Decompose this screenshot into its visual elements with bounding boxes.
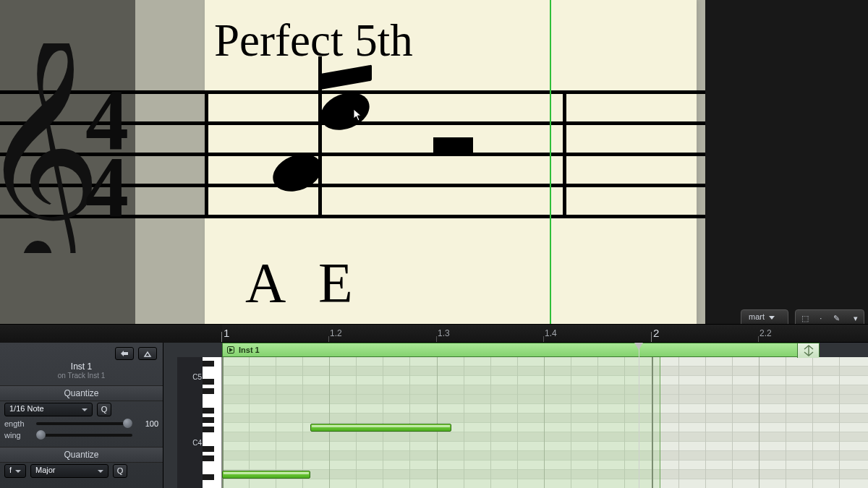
slider-knob[interactable] xyxy=(36,430,46,440)
barline xyxy=(205,90,208,217)
region-name: Inst 1 xyxy=(239,346,260,354)
strength-label: ength xyxy=(4,419,29,428)
inspector-track-sub: on Track Inst 1 xyxy=(0,372,163,380)
region-loop-handle[interactable] xyxy=(797,343,819,358)
pencil-icon[interactable]: ✎ xyxy=(833,314,840,323)
barline xyxy=(563,90,566,217)
scale-mode-label: Major xyxy=(35,466,56,474)
note-label-a: A xyxy=(245,250,286,315)
octave-label-c4: C4 xyxy=(179,439,202,447)
mouse-cursor-icon xyxy=(353,108,365,125)
time-sig-denominator: 4 xyxy=(85,154,129,222)
ruler-mark: 2.2 xyxy=(760,328,772,338)
interval-label: Perfect 5th xyxy=(214,14,413,67)
region-play-icon[interactable] xyxy=(227,346,234,354)
quantize-apply-button[interactable]: Q xyxy=(97,403,111,416)
arrange-area-dark xyxy=(705,0,868,324)
scale-key-label: f xyxy=(9,466,12,474)
piano-roll-playhead[interactable] xyxy=(639,343,639,488)
scale-quantize-header[interactable]: Quantize xyxy=(0,447,163,463)
midi-note[interactable] xyxy=(222,471,310,479)
slider-knob[interactable] xyxy=(123,419,132,428)
quantize-value-label: 1/16 Note xyxy=(9,404,44,413)
scale-mode-dropdown[interactable]: Major xyxy=(30,464,109,478)
pointer-icon[interactable]: ⬚ xyxy=(801,314,809,323)
strength-slider[interactable] xyxy=(36,422,132,425)
time-quantize-header[interactable]: Quantize xyxy=(0,385,163,401)
score-playhead[interactable] xyxy=(550,0,551,324)
inspector-catch-button[interactable] xyxy=(138,347,157,360)
ruler-mark: 2 xyxy=(653,327,659,339)
octave-label-c5: C5 xyxy=(179,373,202,381)
note-label-e: E xyxy=(318,250,353,315)
midi-note[interactable] xyxy=(310,424,451,432)
inspector-link-button[interactable] xyxy=(115,347,134,360)
ruler-mark: 1.4 xyxy=(545,328,557,338)
ruler-mark: 1 xyxy=(224,327,229,339)
ruler-left-pad xyxy=(0,325,222,343)
key-label-column: C5 C4 xyxy=(177,357,203,488)
swing-label: wing xyxy=(4,431,29,440)
piano-keys[interactable] xyxy=(203,357,222,488)
region-header[interactable]: Inst 1 xyxy=(222,343,820,357)
swing-slider[interactable] xyxy=(36,434,132,437)
inspector-track-name: Inst 1 xyxy=(0,361,163,372)
piano-roll[interactable]: C5 C4 xyxy=(163,343,868,488)
scale-quantize-apply-button[interactable]: Q xyxy=(113,464,127,478)
ruler-mark: 1.3 xyxy=(438,328,450,338)
ruler-mark: 1.2 xyxy=(330,328,342,338)
timeline-ruler[interactable]: 1 1.2 1.3 1.4 2 2.2 xyxy=(0,324,868,343)
quantize-value-dropdown[interactable]: 1/16 Note xyxy=(4,403,93,416)
divider: · xyxy=(820,314,822,322)
half-rest xyxy=(433,137,473,153)
scale-key-dropdown[interactable]: f xyxy=(4,464,26,478)
region-inspector: Inst 1 on Track Inst 1 Quantize 1/16 Not… xyxy=(0,343,163,488)
region-extent-shade xyxy=(222,357,660,488)
snap-mode-label: mart xyxy=(749,312,765,321)
strength-value: 100 xyxy=(140,419,158,428)
